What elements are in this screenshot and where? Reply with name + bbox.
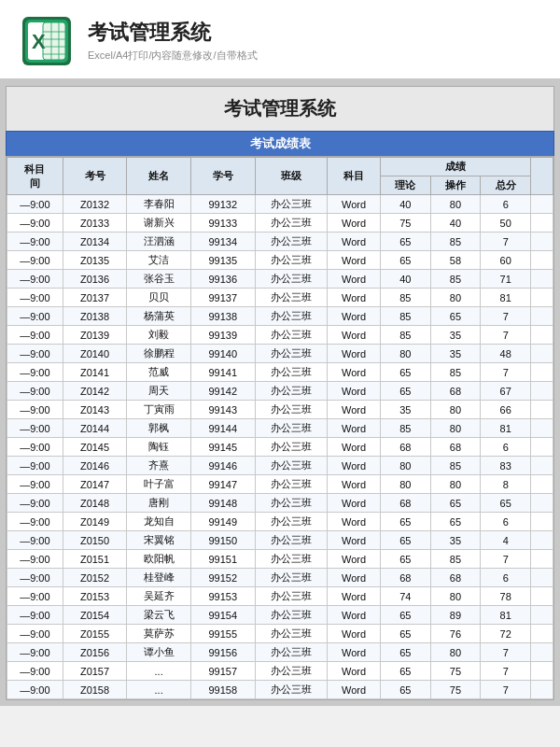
th-banji: 班级 [255,158,328,195]
table-row: —9:00Z0142周天99142办公三班Word656867 [7,382,553,401]
table-cell: 99144 [190,419,255,438]
table-cell: —9:00 [7,643,63,662]
table-cell: 58 [430,251,481,270]
table-cell: 99133 [190,214,255,233]
table-cell: 办公三班 [255,270,328,289]
table-cell: 7 [481,643,531,662]
table-cell [531,195,553,214]
table-row: —9:00Z0144郭枫99144办公三班Word858081 [7,419,553,438]
table-cell: 99148 [190,494,255,513]
table-cell: Z0139 [63,326,127,345]
table-cell: 99146 [190,457,255,475]
table-cell: 周天 [127,382,191,401]
table-cell [531,251,553,270]
table-cell: 张谷玉 [127,270,191,289]
table-row: —9:00Z0138杨蒲英99138办公三班Word85657 [7,307,553,326]
table-row: —9:00Z0147叶子富99147办公三班Word80808 [7,475,553,494]
table-cell [531,326,553,345]
table-cell: 宋翼铭 [127,531,191,550]
table-cell: 65 [380,233,430,251]
table-cell [531,625,553,643]
table-cell: —9:00 [7,681,63,699]
table-cell: Z0143 [63,401,127,419]
table-cell: 8 [481,475,531,494]
table-cell: 莫萨苏 [127,625,191,643]
table-cell: 65 [380,531,430,550]
table-cell: —9:00 [7,270,63,289]
th-extra [531,158,553,195]
table-cell: Word [328,307,381,326]
table-cell: ... [127,681,191,699]
table-cell: 35 [380,401,430,419]
table-cell: Z0152 [63,569,127,587]
table-cell: 办公三班 [255,345,328,363]
table-cell: 68 [430,382,481,401]
table-cell [531,587,553,606]
table-cell: 66 [481,401,531,419]
table-cell: 99142 [190,382,255,401]
table-cell: 68 [430,438,481,457]
table-cell: 65 [380,606,430,625]
table-cell [531,345,553,363]
table-cell: 7 [481,662,531,681]
table-cell: 74 [380,587,430,606]
table-cell: 65 [380,550,430,569]
table-cell: 丁寅雨 [127,401,191,419]
table-cell: Z0158 [63,681,127,699]
table-cell: 7 [481,307,531,326]
table-cell: 7 [481,681,531,699]
table-cell: 68 [380,438,430,457]
table-cell [531,307,553,326]
table-cell: Word [328,643,381,662]
sheet-main-title: 考试管理系统 [6,86,554,131]
table-cell: Z0147 [63,475,127,494]
table-cell: Z0133 [63,214,127,233]
th-name: 姓名 [127,158,191,195]
table-cell: Z0148 [63,494,127,513]
table-row: —9:00Z0148唐刚99148办公三班Word686565 [7,494,553,513]
table-cell: —9:00 [7,513,63,531]
table-cell: Word [328,401,381,419]
table-cell: 81 [481,289,531,307]
table-cell: 99147 [190,475,255,494]
table-cell: Word [328,662,381,681]
table-cell: Z0137 [63,289,127,307]
table-cell: 办公三班 [255,625,328,643]
table-cell: 75 [430,662,481,681]
table-cell: Word [328,513,381,531]
table-cell: 谢新兴 [127,214,191,233]
table-cell: 99158 [190,681,255,699]
table-row: —9:00Z0150宋翼铭99150办公三班Word65354 [7,531,553,550]
table-cell: 99141 [190,363,255,382]
table-cell: Word [328,569,381,587]
th-kaohao: 考号 [63,158,127,195]
table-cell: 办公三班 [255,401,328,419]
table-cell: Word [328,233,381,251]
table-cell: 65 [430,513,481,531]
table-cell: —9:00 [7,401,63,419]
table-cell: 81 [481,606,531,625]
table-cell: —9:00 [7,345,63,363]
table-cell: —9:00 [7,587,63,606]
th-time: 科目间 [7,158,63,195]
table-cell: 陶钰 [127,438,191,457]
table-cell: 7 [481,363,531,382]
table-cell: Word [328,419,381,438]
table-cell: 85 [380,419,430,438]
table-cell: 40 [430,214,481,233]
table-cell: 办公三班 [255,550,328,569]
table-row: —9:00Z0137贝贝99137办公三班Word858081 [7,289,553,307]
table-cell [531,419,553,438]
table-cell: 吴延齐 [127,587,191,606]
table-cell: —9:00 [7,550,63,569]
table-cell: —9:00 [7,438,63,457]
table-cell: 贝贝 [127,289,191,307]
table-cell: Word [328,251,381,270]
table-cell: Z0134 [63,233,127,251]
table-cell [531,662,553,681]
table-cell: 85 [430,270,481,289]
table-cell: Word [328,326,381,345]
table-row: —9:00Z0157...99157办公三班Word65757 [7,662,553,681]
table-cell: 85 [430,457,481,475]
table-cell: Z0156 [63,643,127,662]
